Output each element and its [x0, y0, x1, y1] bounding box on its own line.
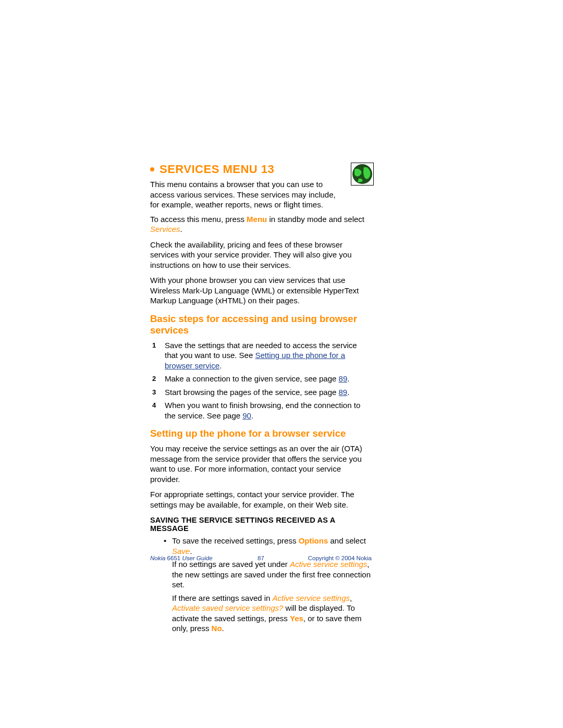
globe-icon — [351, 163, 374, 186]
step-4: 4 When you want to finish browsing, end … — [150, 400, 369, 421]
heading-saving: SAVING THE SERVICE SETTINGS RECEIVED AS … — [150, 516, 372, 533]
intro-paragraph: This menu contains a browser that you ca… — [150, 179, 338, 210]
footer-copyright: Copyright © 2004 Nokia — [308, 555, 372, 561]
yes-keyword: Yes — [290, 614, 303, 623]
step-2: 2 Make a connection to the given service… — [150, 374, 369, 384]
bullet-icon — [150, 167, 154, 171]
availability-paragraph: Check the availability, pricing and fees… — [150, 240, 369, 270]
heading-basic-steps: Basic steps for accessing and using brow… — [150, 313, 372, 336]
options-keyword: Options — [299, 536, 328, 545]
footer-product: Nokia 6651 User Guide — [150, 555, 213, 561]
chapter-title-row: SERVICES MENU 13 — [150, 163, 372, 176]
no-keyword: No — [212, 624, 222, 633]
link-page-90[interactable]: 90 — [242, 411, 251, 420]
menu-keyword: Menu — [247, 215, 267, 224]
link-page-89a[interactable]: 89 — [339, 374, 348, 383]
services-keyword: Services — [150, 225, 180, 233]
browser-paragraph: With your phone browser you can view ser… — [150, 275, 369, 306]
step-3: 3 Start browsing the pages of the servic… — [150, 387, 369, 398]
access-paragraph: To access this menu, press Menu in stand… — [150, 214, 369, 235]
step-1: 1 Save the settings that are needed to a… — [150, 340, 369, 371]
save-keyword: Save — [172, 547, 190, 556]
page-number: 87 — [258, 555, 264, 561]
page-footer: Nokia 6651 User Guide 87 Copyright © 200… — [150, 555, 372, 561]
heading-setup: Setting up the phone for a browser servi… — [150, 428, 372, 439]
setup-paragraph-2: For appropriate settings, contact your s… — [150, 489, 369, 510]
setup-paragraph-1: You may receive the service settings as … — [150, 443, 369, 484]
save-bullet: • To save the received settings, press O… — [164, 536, 372, 634]
page-content: SERVICES MENU 13 This menu contains a br… — [150, 163, 372, 637]
chapter-title: SERVICES MENU 13 — [160, 163, 274, 176]
link-page-89b[interactable]: 89 — [339, 388, 348, 397]
